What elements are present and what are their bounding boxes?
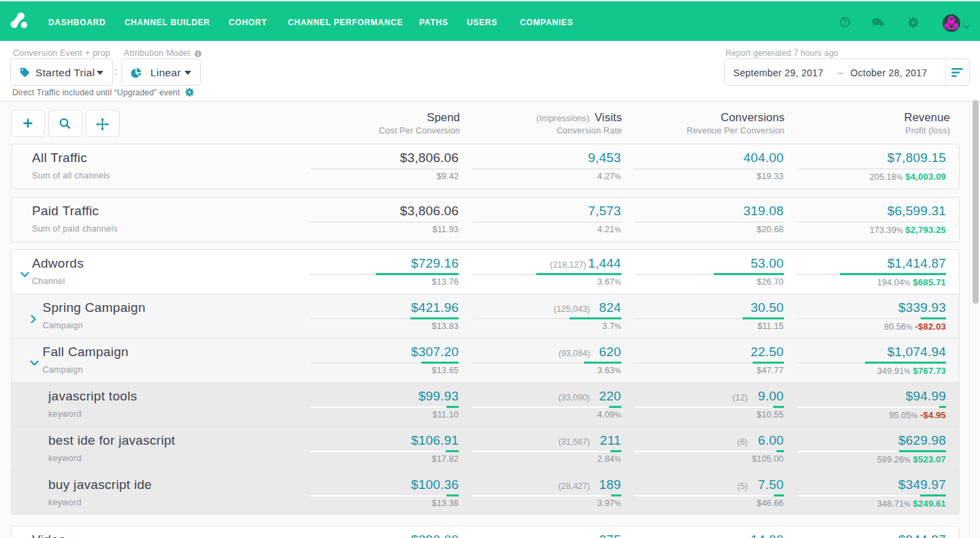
- svg-text:?: ?: [843, 18, 847, 26]
